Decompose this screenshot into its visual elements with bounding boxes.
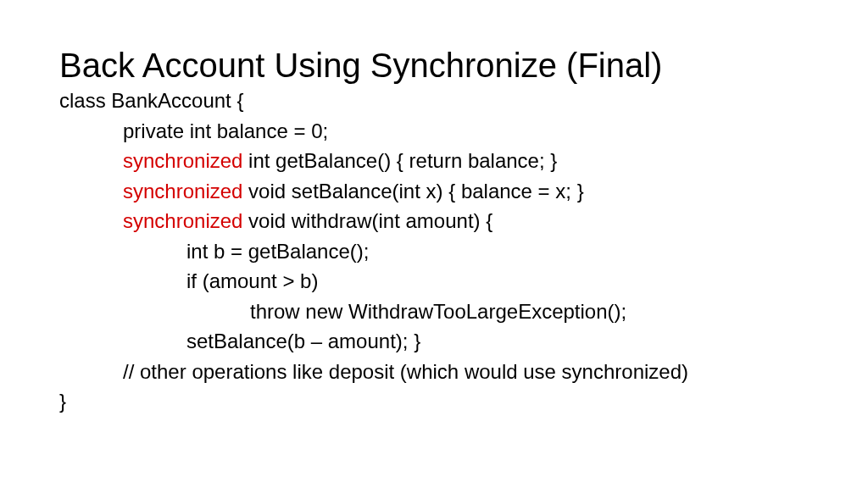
code-text: void setBalance(int x) { balance = x; } xyxy=(242,180,583,202)
code-line: class BankAccount { xyxy=(59,86,809,116)
code-line: setBalance(b – amount); } xyxy=(59,326,809,357)
keyword-synchronized: synchronized xyxy=(123,209,242,232)
slide-title: Back Account Using Synchronize (Final) xyxy=(59,47,809,84)
code-line: synchronized void setBalance(int x) { ba… xyxy=(59,176,809,207)
code-block: class BankAccount { private int balance … xyxy=(59,86,809,417)
slide: Back Account Using Synchronize (Final) c… xyxy=(0,0,868,488)
code-line: throw new WithdrawTooLargeException(); xyxy=(59,297,809,327)
code-line: if (amount > b) xyxy=(59,266,809,297)
code-line: int b = getBalance(); xyxy=(59,236,809,267)
keyword-synchronized: synchronized xyxy=(123,149,242,172)
code-line: private int balance = 0; xyxy=(59,116,809,147)
code-line: synchronized int getBalance() { return b… xyxy=(59,146,809,176)
code-text: void withdraw(int amount) { xyxy=(242,209,492,232)
code-line: synchronized void withdraw(int amount) { xyxy=(59,206,809,236)
keyword-synchronized: synchronized xyxy=(123,180,242,202)
code-text: int getBalance() { return balance; } xyxy=(242,149,557,172)
code-line: } xyxy=(59,386,809,417)
code-line: // other operations like deposit (which … xyxy=(59,357,809,387)
